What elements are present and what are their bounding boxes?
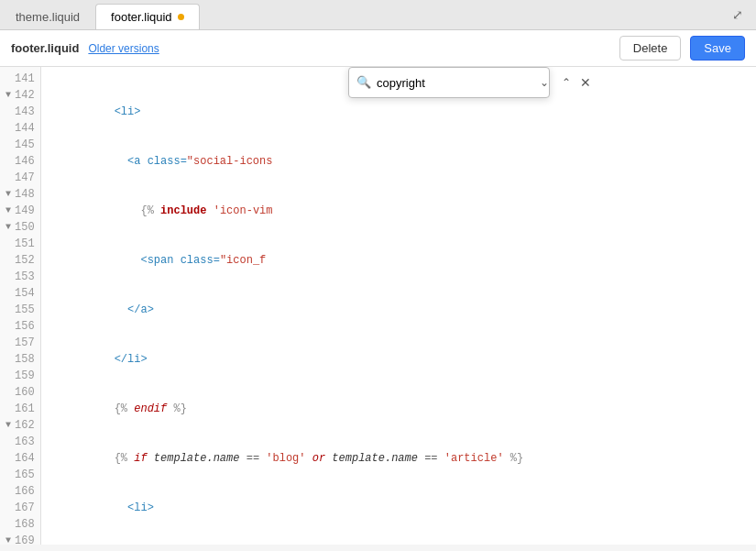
code-line-147: {% endif %} [49, 401, 749, 417]
expand-icon[interactable]: ⤢ [727, 4, 749, 29]
tab-footer-liquid[interactable]: footer.liquid [95, 4, 200, 29]
tab-bar: theme.liquid footer.liquid ⤢ [0, 0, 756, 30]
code-content[interactable]: <li> <a class="social-icons {% include '… [41, 67, 756, 545]
search-bar: 🔍 ⌄ ⌃ ✕ [348, 67, 550, 98]
code-line-146: </li> [49, 351, 749, 368]
code-line-148: {% if template.name == 'blog' or templat… [49, 450, 749, 467]
code-line-143: {% include 'icon-vim [49, 203, 749, 219]
code-editor: 🔍 ⌄ ⌃ ✕ 141 ▼142 143 144 145 146 147 ▼14… [0, 67, 756, 545]
code-line-144: <span class="icon_f [49, 252, 749, 269]
code-area: 141 ▼142 143 144 145 146 147 ▼148 ▼149 ▼… [0, 67, 756, 545]
toolbar: footer.liquid Older versions Delete Save [0, 30, 756, 67]
toolbar-filename: footer.liquid [11, 41, 79, 55]
tab-theme-liquid-label: theme.liquid [16, 10, 80, 24]
search-prev-button[interactable]: ⌄ [536, 74, 553, 91]
modified-indicator [178, 14, 184, 20]
search-close-button[interactable]: ✕ [580, 75, 591, 90]
line-numbers: 141 ▼142 143 144 145 146 147 ▼148 ▼149 ▼… [0, 67, 41, 545]
code-line-145: </a> [49, 302, 749, 318]
app-container: theme.liquid footer.liquid ⤢ footer.liqu… [0, 0, 756, 545]
search-input[interactable] [377, 76, 531, 90]
tab-theme-liquid[interactable]: theme.liquid [0, 4, 95, 29]
older-versions-link[interactable]: Older versions [88, 42, 159, 55]
delete-button[interactable]: Delete [619, 36, 682, 61]
save-button[interactable]: Save [690, 36, 745, 61]
search-icon: 🔍 [356, 75, 371, 90]
code-line-142: <a class="social-icons [49, 153, 749, 170]
code-line-149: <li> [49, 500, 749, 516]
tab-footer-liquid-label: footer.liquid [111, 10, 172, 24]
code-line-141: <li> [49, 104, 749, 120]
search-next-button[interactable]: ⌃ [558, 74, 575, 91]
